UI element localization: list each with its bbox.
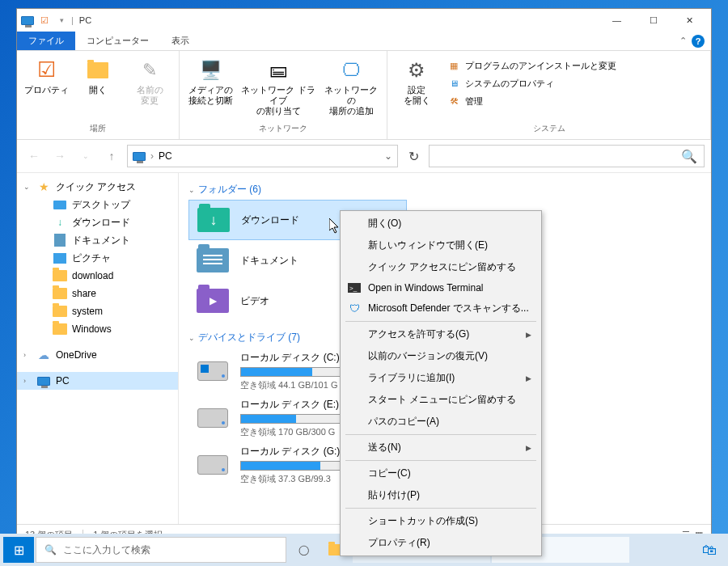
address-field[interactable]: › PC ⌄ [127,145,398,167]
collapse-ribbon-icon[interactable]: ⌃ [679,36,687,46]
cm-open-new-window[interactable]: 新しいウィンドウで開く(E) [342,234,540,256]
pc-icon [20,13,35,27]
sidebar: ⌄★クイック アクセス デスクトップ ↓ダウンロード ドキュメント ピクチャ d… [17,173,179,524]
sidebar-system-folder[interactable]: system [17,302,178,320]
ribbon-tabs: ファイル コンピューター 表示 ⌃ ? [17,32,711,51]
taskbar-store-icon[interactable]: 🛍 [694,537,725,563]
start-button[interactable]: ⊞ [3,537,34,563]
properties-quickaccess-icon[interactable]: ☑ [37,13,52,27]
nav-recent-button[interactable]: ⌄ [75,146,96,167]
drive-icon [195,357,231,386]
ribbon-media-label: メディアの 接続と切断 [188,85,233,106]
sidebar-windows-folder[interactable]: Windows [17,320,178,338]
search-icon: 🔍 [44,544,57,555]
address-dropdown-icon[interactable]: ⌄ [384,150,392,162]
download-icon: ↓ [53,215,67,230]
close-button[interactable]: ✕ [671,9,708,32]
ribbon-rename-label: 名前の 変更 [137,85,163,106]
ribbon-sysprops-label: システムのプロパティ [465,78,554,90]
picture-icon [53,251,67,265]
address-bar: ← → ⌄ ↑ › PC ⌄ ↻ 🔍 [17,140,711,172]
cm-separator [345,321,536,322]
cm-add-library[interactable]: ライブラリに追加(I)▶ [342,367,540,389]
ribbon-uninstall[interactable]: ▦プログラムのアンインストールと変更 [447,59,616,72]
cm-create-shortcut[interactable]: ショートカットの作成(S) [342,510,540,532]
tab-file[interactable]: ファイル [17,32,75,50]
ribbon-rename[interactable]: ✎名前の 変更 [127,57,172,106]
cm-send-to[interactable]: 送る(N)▶ [342,437,540,458]
cm-open[interactable]: 開く(O) [342,213,540,234]
sidebar-pictures[interactable]: ピクチャ [17,249,178,267]
ribbon-properties[interactable]: ☑プロパティ [23,57,69,95]
ribbon-uninstall-label: プログラムのアンインストールと変更 [465,60,616,72]
cm-separator [345,508,536,509]
pc-icon [133,152,146,161]
minimize-button[interactable]: ― [599,9,635,32]
ribbon-mapdrive[interactable]: 🖴ネットワーク ドライブ の割り当て [241,57,315,117]
ribbon-addlocation[interactable]: 🖵ネットワークの 場所の追加 [322,57,380,117]
ribbon-mapdrive-label: ネットワーク ドライブ の割り当て [241,85,315,117]
search-icon: 🔍 [681,149,697,164]
nav-up-button[interactable]: ↑ [101,146,122,167]
nav-back-button[interactable]: ← [23,146,44,167]
sidebar-download-folder[interactable]: download [17,267,178,285]
cm-paste[interactable]: 貼り付け(P) [342,484,540,506]
window-title: PC [79,15,91,25]
document-folder-icon [195,246,231,275]
refresh-button[interactable]: ↻ [403,149,424,164]
cm-properties[interactable]: プロパティ(R) [342,532,540,554]
search-field[interactable]: 🔍 [429,145,705,167]
ribbon-group-location: 場所 [23,121,172,136]
terminal-icon: >_ [347,281,362,295]
tab-view[interactable]: 表示 [160,32,201,50]
submenu-arrow-icon: ▶ [526,374,531,382]
dropdown-icon[interactable]: ▾ [54,13,69,27]
ribbon-addloc-label: ネットワークの 場所の追加 [322,85,380,117]
cm-pin-quick-access[interactable]: クイック アクセスにピン留めする [342,256,540,278]
cm-grant-access[interactable]: アクセスを許可する(G)▶ [342,323,540,345]
ribbon-group-network: ネットワーク [186,121,380,136]
sidebar-downloads[interactable]: ↓ダウンロード [17,213,178,231]
nav-forward-button[interactable]: → [49,146,70,167]
ribbon-open-label: 開く [89,85,107,95]
taskbar-search-placeholder: ここに入力して検索 [63,543,150,557]
ribbon-sysprops[interactable]: 🖥システムのプロパティ [447,77,616,90]
cm-copy[interactable]: コピー(C) [342,463,540,484]
pc-icon [36,374,51,388]
submenu-arrow-icon: ▶ [526,331,531,339]
cm-defender-scan[interactable]: 🛡Microsoft Defender でスキャンする... [342,298,540,319]
cm-separator [345,434,536,435]
cm-pin-start[interactable]: スタート メニューにピン留めする [342,389,540,411]
ribbon-settings-label: 設定 を開く [404,85,430,106]
ribbon-manage[interactable]: 🛠管理 [447,95,616,108]
sidebar-documents[interactable]: ドキュメント [17,231,178,249]
submenu-arrow-icon: ▶ [526,444,531,452]
maximize-button[interactable]: ☐ [635,9,671,32]
taskbar-search[interactable]: 🔍 ここに入力して検索 [36,537,286,563]
task-view-button[interactable]: ◯ [288,537,319,563]
folder-icon [53,304,67,319]
folder-icon [53,268,67,283]
sidebar-desktop[interactable]: デスクトップ [17,196,178,213]
drive-icon [195,450,231,479]
ribbon-media[interactable]: 🖥️メディアの 接続と切断 [186,57,235,106]
folders-section-header[interactable]: ⌄フォルダー (6) [188,180,701,200]
context-menu: 開く(O) 新しいウィンドウで開く(E) クイック アクセスにピン留めする >_… [340,210,542,556]
drive-icon [195,403,231,433]
cm-restore-previous[interactable]: 以前のバージョンの復元(V) [342,345,540,367]
cloud-icon: ☁ [36,348,51,362]
cm-separator [345,460,536,461]
sidebar-share-folder[interactable]: share [17,285,178,302]
cm-copy-path[interactable]: パスのコピー(A) [342,411,540,433]
tab-computer[interactable]: コンピューター [75,32,160,50]
folder-icon [53,286,67,301]
sidebar-quick-access[interactable]: ⌄★クイック アクセス [17,178,178,196]
cm-open-terminal[interactable]: >_Open in Windows Terminal [342,278,540,298]
sidebar-onedrive[interactable]: ›☁OneDrive [17,346,178,364]
ribbon-group-system: システム [394,121,704,136]
ribbon-open[interactable]: 開く [75,57,121,95]
ribbon-settings[interactable]: ⚙設定 を開く [394,57,439,106]
help-icon[interactable]: ? [692,35,705,48]
ribbon-manage-label: 管理 [465,95,483,108]
sidebar-pc[interactable]: ›PC [17,372,178,390]
